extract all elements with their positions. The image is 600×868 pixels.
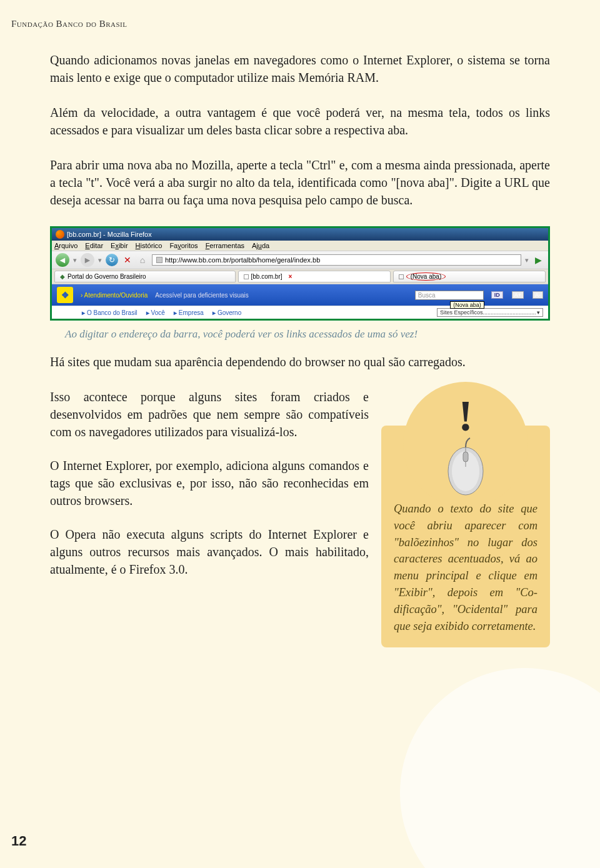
menu-historico[interactable]: Histórico — [136, 242, 162, 249]
id-badge[interactable]: ID — [491, 291, 503, 299]
go-button[interactable]: ▶ — [532, 255, 544, 265]
window-title: [bb.com.br] - Mozilla Firefox — [67, 231, 152, 238]
font-decrease[interactable]: A- — [532, 291, 543, 299]
bb-logo-icon: ❖ — [57, 287, 73, 303]
mouse-icon — [444, 437, 488, 496]
decorative-curve — [400, 668, 600, 868]
paragraph-1: Quando adicionamos novas janelas em nave… — [50, 51, 550, 86]
menu-exibir[interactable]: Exibir — [111, 242, 128, 249]
nav-empresa[interactable]: ▸Empresa — [174, 309, 204, 316]
stop-button[interactable]: ✕ — [122, 254, 133, 266]
tab-label-highlighted: (Nova aba) — [406, 272, 446, 281]
sidebar-tip-text: Quando o texto do site que você abriu ap… — [394, 501, 538, 635]
window-titlebar: [bb.com.br] - Mozilla Firefox — [52, 228, 548, 241]
address-bar[interactable]: http://www.bb.com.br/portalbb/home/geral… — [152, 254, 521, 266]
tab-label: [bb.com.br] — [251, 273, 282, 280]
paragraph-4: Há sites que mudam sua aparência depende… — [50, 353, 550, 371]
sites-especificos-select[interactable]: Sites Específicos.......................… — [437, 308, 543, 317]
paragraph-6: O Internet Explorer, por exemplo, adicio… — [50, 457, 369, 509]
exclamation-icon: ! — [458, 391, 472, 441]
menu-bar: Arquivo Editar Exibir Histórico Favorito… — [52, 241, 548, 251]
tab-bar: ◆ Portal do Governo Brasileiro [bb.com.b… — [52, 269, 548, 284]
link-acessibilidade[interactable]: Acessível para deficientes visuais — [155, 292, 249, 299]
tab-label: Portal do Governo Brasileiro — [68, 273, 146, 280]
tab-bb[interactable]: [bb.com.br] × — [238, 271, 391, 282]
nav-toolbar: ◄ ▾ ► ▾ ↻ ✕ ⌂ http://www.bb.com.br/porta… — [52, 251, 548, 269]
forward-button[interactable]: ► — [81, 253, 94, 267]
url-text: http://www.bb.com.br/portalbb/home/geral… — [165, 256, 320, 264]
tooltip-nova-aba: (Nova aba) — [450, 301, 484, 309]
font-increase[interactable]: A+ — [512, 291, 524, 299]
firefox-screenshot: [bb.com.br] - Mozilla Firefox Arquivo Ed… — [50, 226, 550, 321]
nav-governo[interactable]: ▸Governo — [212, 309, 241, 316]
paragraph-7: O Opera não executa alguns scripts do In… — [50, 526, 369, 578]
tab-nova-aba[interactable]: (Nova aba) — [393, 271, 546, 282]
menu-arquivo[interactable]: Arquivo — [54, 242, 78, 249]
link-atendimento[interactable]: › Atendimento/Ouvidoria — [81, 292, 148, 299]
firefox-icon — [56, 230, 64, 239]
menu-ferramentas[interactable]: Ferramentas — [206, 242, 244, 249]
menu-ajuda[interactable]: Ajuda — [252, 242, 269, 249]
figure-caption: Ao digitar o endereço da barra, você pod… — [65, 328, 550, 341]
page-icon — [156, 257, 162, 263]
left-column: Isso acontece porque alguns sites foram … — [50, 388, 369, 594]
paragraph-5: Isso acontece porque alguns sites foram … — [50, 388, 369, 441]
reload-button[interactable]: ↻ — [106, 254, 118, 266]
svg-rect-3 — [463, 452, 468, 462]
running-header: Fundação Banco do Brasil — [11, 19, 127, 29]
tab-portal-governo[interactable]: ◆ Portal do Governo Brasileiro — [54, 271, 236, 282]
paragraph-2: Além da velocidade, a outra vantagem é q… — [50, 104, 550, 139]
menu-editar[interactable]: Editar — [85, 242, 103, 249]
nav-voce[interactable]: ▸Você — [146, 309, 165, 316]
tip-sidebar: ! Quando o texto do site que você abriu … — [381, 426, 550, 647]
main-content: Quando adicionamos novas janelas em nave… — [50, 51, 550, 647]
lower-section: Isso acontece porque alguns sites foram … — [50, 388, 550, 647]
page-number: 12 — [11, 833, 26, 849]
nav-banco[interactable]: ▸O Banco do Brasil — [82, 309, 138, 316]
url-dropdown-icon[interactable]: ▾ — [525, 256, 529, 264]
tab-close-icon[interactable]: × — [289, 273, 292, 280]
busca-input[interactable]: Busca (Nova aba) — [415, 291, 484, 300]
paragraph-3: Para abrir uma nova aba no Mozilla, aper… — [50, 156, 550, 209]
home-button[interactable]: ⌂ — [137, 254, 148, 266]
back-button[interactable]: ◄ — [56, 253, 69, 267]
bb-header-strip: ❖ › Atendimento/Ouvidoria Acessível para… — [52, 284, 548, 306]
menu-favoritos[interactable]: Favoritos — [169, 242, 198, 249]
